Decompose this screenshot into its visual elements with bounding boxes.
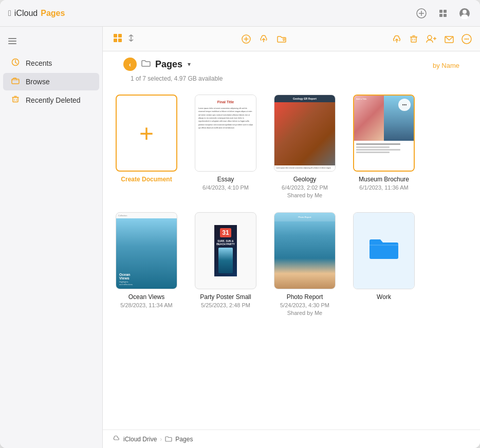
- toolbar-left: [111, 32, 137, 46]
- upload-button[interactable]: [259, 34, 268, 44]
- geology-label: Geology: [293, 176, 317, 183]
- main-layout: Recents Browse: [0, 27, 480, 448]
- ocean-views-date: 5/28/2023, 11:34 AM: [120, 302, 173, 309]
- sidebar-item-browse-label: Browse: [26, 78, 50, 86]
- svg-rect-24: [114, 39, 117, 42]
- content-toolbar: [103, 27, 480, 51]
- svg-line-15: [15, 63, 17, 64]
- museum-brochure-thumb: Add a Title: [353, 95, 415, 172]
- folder-chevron-icon[interactable]: ▾: [188, 61, 191, 68]
- delete-button[interactable]: [409, 34, 418, 44]
- geology-thumb: Geology ER Report Lorem ipsum dolor sit …: [274, 95, 336, 172]
- sidebar-toggle-button[interactable]: [0, 33, 102, 49]
- recents-icon: [10, 58, 21, 68]
- new-document-button[interactable]: [242, 34, 251, 44]
- museum-brochure-more-button[interactable]: [398, 99, 411, 111]
- pages-folder-icon: [165, 436, 172, 443]
- museum-brochure-label: Museum Brochure: [359, 176, 409, 183]
- icloud-drive-icon: [113, 435, 120, 443]
- create-plus-icon: +: [139, 119, 154, 147]
- work-folder-thumb: [353, 212, 415, 289]
- ocean-views-thumb: Collection OceanViews Highlightsand refl…: [116, 212, 177, 289]
- pages-folder-link[interactable]: Pages: [175, 436, 193, 443]
- party-poster-label: Party Poster Small: [200, 293, 251, 301]
- icloud-label: iCloud: [14, 9, 38, 18]
- svg-rect-4: [444, 10, 447, 13]
- svg-rect-16: [12, 79, 19, 84]
- svg-rect-22: [114, 34, 117, 38]
- essay-label: Essay: [217, 176, 234, 183]
- send-copy-button[interactable]: [444, 34, 454, 44]
- back-icon: ‹: [129, 61, 131, 68]
- title-bar-left:  iCloud Pages: [8, 9, 65, 18]
- create-document-thumb: +: [116, 95, 177, 172]
- svg-point-53: [405, 104, 407, 105]
- sidebar-item-recents[interactable]: Recents: [3, 54, 99, 72]
- svg-rect-12: [8, 43, 16, 44]
- essay-date: 6/4/2023, 4:10 PM: [202, 184, 249, 192]
- work-folder-item[interactable]: Work: [350, 212, 417, 318]
- profile-button[interactable]: [457, 6, 472, 21]
- museum-brochure-item[interactable]: Add a Title: [350, 95, 417, 200]
- bottom-breadcrumb: iCloud Drive › Pages: [103, 430, 480, 448]
- photo-report-item[interactable]: Photo Report Photo Report 5/24/2023, 4:3…: [271, 212, 338, 318]
- sort-order-button[interactable]: [125, 33, 137, 45]
- create-document-label: Create Document: [121, 176, 172, 183]
- folder-title-icon: [141, 59, 151, 70]
- svg-point-48: [465, 38, 466, 39]
- more-actions-button[interactable]: [461, 34, 472, 44]
- essay-thumb: Final Title Lorem ipsum dolor sit amet c…: [195, 95, 256, 172]
- sidebar: Recents Browse: [0, 27, 103, 448]
- content-header: ‹ Pages ▾ by Name 1 of 7 selected, 4.97 …: [103, 51, 480, 86]
- back-button[interactable]: ‹: [123, 58, 137, 71]
- ocean-views-label: Ocean Views: [128, 293, 164, 301]
- sidebar-item-recently-deleted[interactable]: Recently Deleted: [3, 91, 99, 109]
- grid-view-button[interactable]: [436, 6, 450, 21]
- icloud-drive-link[interactable]: iCloud Drive: [123, 436, 157, 443]
- svg-point-50: [468, 38, 469, 39]
- toolbar-center: [242, 34, 287, 44]
- title-bar:  iCloud Pages: [0, 0, 480, 27]
- svg-point-49: [466, 38, 467, 39]
- svg-rect-38: [411, 37, 416, 42]
- svg-rect-6: [444, 14, 447, 17]
- upload-cloud-button[interactable]: [392, 34, 402, 44]
- svg-rect-5: [439, 14, 442, 17]
- app-window:  iCloud Pages: [0, 0, 480, 448]
- trash-icon: [10, 95, 21, 105]
- add-button[interactable]: [414, 6, 429, 21]
- svg-point-43: [428, 35, 432, 40]
- svg-rect-17: [13, 98, 18, 102]
- party-poster-item[interactable]: 31 SURF, SUN &BEACH PARTY Party Poster S…: [192, 212, 259, 318]
- essay-item[interactable]: Final Title Lorem ipsum dolor sit amet c…: [192, 95, 259, 200]
- title-bar-right: [414, 6, 472, 21]
- photo-report-label: Photo Report: [287, 293, 323, 301]
- party-poster-thumb: 31 SURF, SUN &BEACH PARTY: [195, 212, 256, 289]
- svg-rect-11: [8, 41, 16, 42]
- sort-by-name-button[interactable]: by Name: [433, 62, 459, 69]
- party-date-display: 31: [220, 228, 231, 237]
- grid-view-button[interactable]: [111, 32, 124, 46]
- selection-status: 1 of 7 selected, 4.97 GB available: [131, 75, 470, 82]
- breadcrumb-separator: ›: [160, 436, 162, 443]
- apple-logo-icon: : [8, 9, 11, 18]
- add-people-button[interactable]: [426, 34, 437, 44]
- geology-item[interactable]: Geology ER Report Lorem ipsum dolor sit …: [271, 95, 338, 200]
- view-toggle: [111, 32, 137, 46]
- svg-rect-23: [118, 34, 122, 38]
- new-folder-button[interactable]: [276, 34, 287, 44]
- breadcrumb-row: ‹ Pages ▾: [123, 58, 191, 71]
- work-folder-label: Work: [377, 293, 391, 301]
- header-row: ‹ Pages ▾ by Name: [113, 58, 470, 73]
- party-poster-date: 5/25/2023, 2:48 PM: [201, 302, 250, 309]
- svg-rect-25: [118, 39, 122, 42]
- files-grid: + Create Document Final Title Lorem ipsu…: [103, 86, 480, 430]
- photo-report-date: 5/24/2023, 4:30 PMShared by Me: [280, 302, 329, 318]
- create-document-item[interactable]: + Create Document: [113, 95, 180, 200]
- sidebar-item-browse[interactable]: Browse: [3, 73, 99, 90]
- sidebar-item-recents-label: Recents: [26, 59, 52, 67]
- ocean-views-item[interactable]: Collection OceanViews Highlightsand refl…: [113, 212, 180, 318]
- photo-report-thumb: Photo Report: [274, 212, 336, 289]
- svg-point-8: [463, 10, 467, 14]
- work-folder-icon: [367, 234, 400, 268]
